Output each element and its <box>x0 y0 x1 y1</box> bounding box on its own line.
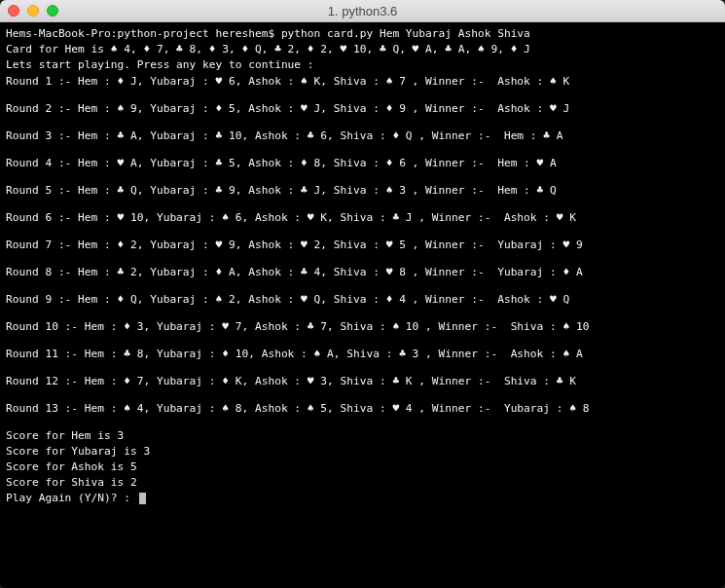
round-line: Round 10 :- Hem : ♦ 3, Yubaraj : ♥ 7, As… <box>6 319 719 335</box>
round-line: Round 12 :- Hem : ♦ 7, Yubaraj : ♦ K, As… <box>6 374 719 389</box>
close-icon[interactable] <box>8 5 19 17</box>
round-line: Round 8 :- Hem : ♣ 2, Yubaraj : ♦ A, Ash… <box>6 265 719 280</box>
round-line: Round 13 :- Hem : ♠ 4, Yubaraj : ♠ 8, As… <box>6 401 719 417</box>
minimize-icon[interactable] <box>27 5 39 17</box>
round-line: Round 5 :- Hem : ♣ Q, Yubaraj : ♣ 9, Ash… <box>6 183 719 199</box>
blank-line <box>6 90 719 101</box>
score-line: Score for Shiva is 2 <box>6 475 719 491</box>
round-line: Round 7 :- Hem : ♦ 2, Yubaraj : ♥ 9, Ash… <box>6 238 719 253</box>
maximize-icon[interactable] <box>47 5 58 17</box>
score-line: Score for Ashok is 5 <box>6 459 719 475</box>
blank-line <box>6 253 719 265</box>
round-line: Round 4 :- Hem : ♥ A, Yubaraj : ♣ 5, Ash… <box>6 156 719 171</box>
blank-line <box>6 171 719 183</box>
dealt-cards-line: Card for Hem is ♠ 4, ♦ 7, ♣ 8, ♦ 3, ♦ Q,… <box>6 42 719 57</box>
round-line: Round 11 :- Hem : ♣ 8, Yubaraj : ♦ 10, A… <box>6 347 719 362</box>
shell-prompt: Hems-MacBook-Pro:python-project hereshem… <box>6 26 719 42</box>
score-line: Score for Hem is 3 <box>6 428 719 444</box>
blank-line <box>6 199 719 210</box>
play-again-prompt[interactable]: Play Again (Y/N)? : <box>6 491 719 506</box>
round-line: Round 2 :- Hem : ♠ 9, Yubaraj : ♦ 5, Ash… <box>6 101 719 117</box>
blank-line <box>6 362 719 374</box>
blank-line <box>6 144 719 156</box>
titlebar: 1. python3.6 <box>0 0 725 22</box>
blank-line <box>6 417 719 428</box>
score-line: Score for Yubaraj is 3 <box>6 444 719 459</box>
traffic-lights <box>8 5 58 17</box>
terminal-window: 1. python3.6 Hems-MacBook-Pro:python-pro… <box>0 0 725 588</box>
blank-line <box>6 117 719 129</box>
round-line: Round 9 :- Hem : ♦ Q, Yubaraj : ♠ 2, Ash… <box>6 292 719 308</box>
start-line: Lets start playing. Press any key to con… <box>6 57 719 73</box>
round-line: Round 3 :- Hem : ♣ A, Yubaraj : ♣ 10, As… <box>6 129 719 144</box>
blank-line <box>6 226 719 238</box>
cursor-icon <box>139 493 146 504</box>
blank-line <box>6 280 719 292</box>
round-line: Round 6 :- Hem : ♥ 10, Yubaraj : ♠ 6, As… <box>6 210 719 226</box>
window-title: 1. python3.6 <box>0 4 725 18</box>
terminal-body[interactable]: Hems-MacBook-Pro:python-project hereshem… <box>0 22 725 588</box>
blank-line <box>6 308 719 319</box>
blank-line <box>6 389 719 401</box>
blank-line <box>6 335 719 347</box>
round-line: Round 1 :- Hem : ♦ J, Yubaraj : ♥ 6, Ash… <box>6 74 719 90</box>
